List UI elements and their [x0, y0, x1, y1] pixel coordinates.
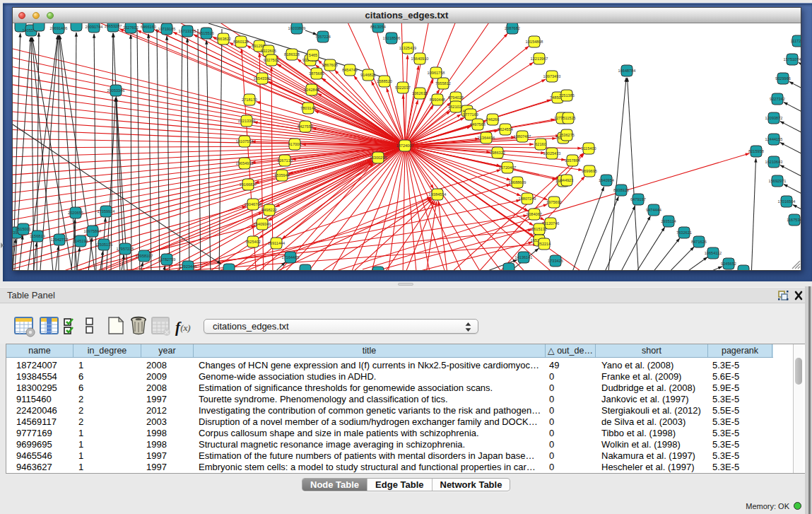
svg-text:1527602: 1527602	[123, 25, 139, 30]
svg-text:9245652: 9245652	[721, 262, 736, 266]
svg-text:18807249: 18807249	[519, 197, 536, 201]
svg-text:9699695: 9699695	[582, 169, 597, 173]
svg-text:10975867: 10975867	[84, 229, 102, 233]
svg-text:2935114: 2935114	[661, 219, 676, 223]
svg-text:8471626: 8471626	[691, 240, 707, 244]
svg-text:5322037: 5322037	[395, 86, 411, 90]
svg-text:2087682: 2087682	[505, 26, 520, 30]
svg-text:1117234: 1117234	[791, 39, 801, 43]
svg-text:8990448: 8990448	[430, 98, 445, 102]
svg-text:19654933: 19654933	[236, 161, 254, 165]
svg-text:20053346: 20053346	[107, 88, 125, 93]
svg-text:7251385: 7251385	[559, 93, 575, 98]
svg-text:1733426: 1733426	[548, 259, 563, 263]
svg-text:8454749: 8454749	[342, 68, 358, 72]
svg-text:2867608: 2867608	[322, 63, 338, 67]
svg-text:19384554: 19384554	[429, 192, 447, 197]
svg-text:6479197: 6479197	[630, 197, 646, 201]
svg-text:8215958: 8215958	[748, 149, 764, 153]
svg-text:8186328: 8186328	[284, 52, 300, 57]
svg-text:16107554: 16107554	[236, 139, 254, 144]
svg-text:62160: 62160	[535, 142, 546, 146]
svg-text:1640954: 1640954	[599, 178, 614, 182]
svg-text:19218506: 19218506	[383, 36, 401, 40]
svg-text:15720407: 15720407	[499, 165, 517, 170]
svg-text:12923446: 12923446	[180, 264, 197, 269]
svg-text:17016504: 17016504	[778, 199, 796, 204]
svg-text:15640910: 15640910	[411, 57, 429, 61]
svg-text:1145194: 1145194	[73, 239, 88, 243]
svg-text:9084067: 9084067	[526, 212, 542, 216]
svg-text:16911444: 16911444	[268, 241, 285, 245]
svg-text:10654112: 10654112	[705, 251, 722, 255]
svg-text:12093872: 12093872	[765, 116, 783, 120]
svg-text:1362615: 1362615	[412, 91, 428, 95]
svg-text:7511525: 7511525	[560, 116, 575, 120]
svg-text:20091744: 20091744	[86, 25, 103, 29]
svg-text:10653287: 10653287	[105, 24, 122, 28]
svg-text:(x): (x)	[180, 322, 191, 333]
svg-text:16648784: 16648784	[618, 69, 636, 73]
svg-text:6466160: 6466160	[141, 25, 156, 29]
svg-text:7515526: 7515526	[199, 31, 214, 35]
svg-text:5465: 5465	[309, 53, 317, 57]
svg-text:9227342: 9227342	[770, 97, 785, 101]
svg-text:7663822: 7663822	[216, 37, 231, 41]
svg-text:2515001: 2515001	[16, 227, 31, 231]
svg-text:17359924: 17359924	[98, 209, 115, 214]
svg-text:9474444: 9474444	[646, 208, 661, 212]
svg-text:12942737: 12942737	[51, 238, 69, 242]
svg-text:9146821: 9146821	[360, 73, 376, 77]
svg-text:10046708: 10046708	[245, 202, 262, 206]
svg-text:10688609: 10688609	[509, 180, 526, 185]
svg-text:252214: 252214	[538, 242, 551, 246]
svg-text:18724007: 18724007	[396, 144, 414, 148]
svg-text:3875685: 3875685	[309, 71, 324, 76]
svg-text:19166827: 19166827	[240, 182, 257, 187]
svg-text:9242848: 9242848	[304, 88, 319, 92]
svg-text:6497568: 6497568	[470, 122, 486, 127]
svg-text:12505135: 12505135	[95, 243, 113, 247]
svg-text:7986322: 7986322	[490, 151, 505, 155]
svg-text:16713155: 16713155	[179, 29, 196, 33]
svg-text:10961758: 10961758	[428, 71, 445, 75]
svg-text:9327503: 9327503	[264, 58, 279, 62]
svg-text:8960124: 8960124	[233, 40, 249, 44]
svg-text:1615132: 1615132	[531, 227, 547, 231]
svg-text:5322605: 5322605	[261, 49, 276, 53]
svg-text:17164485: 17164485	[282, 255, 300, 259]
svg-text:12213967: 12213967	[531, 57, 548, 61]
svg-text:6794028: 6794028	[448, 95, 464, 100]
svg-text:10958107: 10958107	[136, 254, 153, 258]
svg-text:7803144: 7803144	[300, 106, 316, 110]
svg-text:1167534: 1167534	[787, 218, 801, 222]
svg-text:10807487: 10807487	[514, 134, 531, 139]
svg-text:9357864: 9357864	[565, 158, 580, 163]
svg-text:25300293: 25300293	[370, 156, 387, 160]
svg-text:9115400: 9115400	[581, 146, 596, 151]
svg-text:2020655: 2020655	[68, 211, 83, 215]
svg-text:15751074: 15751074	[784, 57, 801, 62]
svg-text:9498222: 9498222	[261, 208, 277, 212]
svg-text:7955812: 7955812	[435, 81, 451, 86]
svg-text:12444155: 12444155	[765, 137, 783, 141]
svg-text:746266: 746266	[486, 117, 500, 122]
svg-text:8938923: 8938923	[613, 188, 629, 192]
svg-text:1156819: 1156819	[30, 234, 45, 238]
svg-text:7632621: 7632621	[676, 230, 692, 235]
svg-text:17957225: 17957225	[117, 247, 134, 251]
svg-text:9777169: 9777169	[463, 112, 478, 117]
svg-text:7625402: 7625402	[245, 240, 261, 244]
svg-text:16543382: 16543382	[254, 76, 271, 81]
svg-text:16782759: 16782759	[158, 257, 176, 262]
svg-text:20691406: 20691406	[50, 26, 68, 30]
svg-text:16210643: 16210643	[765, 160, 783, 164]
svg-text:14136141: 14136141	[515, 255, 533, 259]
svg-text:1588520: 1588520	[377, 79, 392, 83]
svg-text:1975692: 1975692	[546, 200, 562, 204]
svg-text:12213309: 12213309	[238, 119, 256, 123]
svg-text:1535944: 1535944	[274, 173, 290, 177]
svg-text:10719185: 10719185	[158, 27, 176, 31]
svg-text:1536275: 1536275	[559, 133, 575, 137]
svg-text:16033809: 16033809	[288, 26, 306, 30]
